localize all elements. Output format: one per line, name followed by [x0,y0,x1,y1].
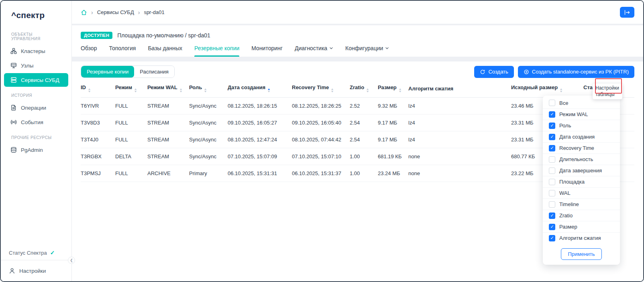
sidebar-item-label: Узлы [21,63,33,69]
sidebar-section-title: ПРОЧИЕ РЕСУРСЫ [1,130,71,142]
cell-mode: DELTA [115,148,147,165]
checkbox[interactable] [549,168,555,174]
column-header-zratio[interactable]: Zratio▲▼ [350,81,378,98]
operations-icon [10,104,17,111]
sidebar-collapse-button[interactable]: ❮ [68,257,75,264]
tab-databases[interactable]: Базы данных [148,45,182,57]
column-option[interactable]: Дата завершения [543,165,620,176]
column-option[interactable]: Площадка [543,176,620,187]
cell-compression: lz4 [408,98,511,114]
column-header-wal-mode[interactable]: Режим WAL▲▼ [147,81,189,98]
column-option[interactable]: Размер [543,221,620,232]
column-label: Zratio [350,84,364,90]
sidebar-item-label: Кластеры [21,48,45,54]
tab-configurations[interactable]: Конфигурации [345,45,389,57]
column-option[interactable]: Роль [543,120,620,131]
option-label: WAL [559,190,571,196]
toggle-schedules[interactable]: Расписания [134,66,174,78]
column-header-size[interactable]: Размер▲▼ [378,81,408,98]
column-label: Исходный размер [511,84,558,90]
checkbox[interactable] [549,201,555,208]
column-options-list: ВсеРежим WALРольДата созданияRecovery Ti… [543,97,620,243]
breadcrumb-services[interactable]: Сервисы СУБД [97,9,134,15]
tab-monitoring[interactable]: Мониторинг [251,45,283,57]
cell-compression: none [408,148,511,165]
column-option[interactable]: Zratio [543,210,620,221]
tab-backups[interactable]: Резервные копии [194,45,239,57]
cell-created-date: 07.10.2025, 15:07:09 [228,148,292,165]
sidebar-settings[interactable]: Настройки [1,266,71,276]
tab-label: Резервные копии [194,45,239,51]
logout-button[interactable] [620,7,634,18]
sidebar-item-db-services[interactable]: Сервисы СУБД [4,73,68,87]
breadcrumb-service-name: spr-da01 [144,9,164,15]
sidebar-item-label: События [21,119,43,125]
apply-button[interactable]: Применить [561,248,601,260]
sort-icon[interactable]: ▲▼ [366,88,369,93]
checkbox[interactable] [549,213,555,219]
table-header-row: ID▲▼Режим▲▼Режим WAL▲▼Роль▲▼Дата создани… [81,81,634,98]
option-label: Длительность [559,156,593,162]
sidebar-item-events[interactable]: События [4,115,68,129]
checkbox[interactable] [549,100,555,106]
column-header-original-size[interactable]: Исходный размер▲▼ [511,81,583,98]
sort-icon[interactable]: ▲▼ [179,88,182,93]
checkbox[interactable] [549,224,555,230]
tab-topology[interactable]: Топология [109,45,136,57]
sidebar-item-pgadmin[interactable]: PgAdmin [4,143,68,157]
option-label: Дата завершения [559,168,602,174]
column-option[interactable]: Дата создания [543,131,620,142]
column-option[interactable]: WAL [543,187,620,198]
toolbar-actions: Создать Создать standalone-сервис из РК … [474,66,634,78]
sort-icon[interactable]: ▲▼ [560,88,562,93]
checkbox[interactable] [549,190,555,196]
plus-circle-icon [524,69,529,75]
checkbox[interactable] [549,145,555,151]
sidebar-item-clusters[interactable]: Кластеры [4,44,68,58]
checkbox[interactable] [549,123,555,129]
cell-size: 23.24 МБ [378,165,408,182]
create-button[interactable]: Создать [474,66,514,78]
column-header-mode[interactable]: Режим▲▼ [115,81,147,98]
checkbox[interactable] [549,179,555,185]
column-option[interactable]: Recovery Time [543,142,620,153]
tab-overview[interactable]: Обзор [81,45,97,57]
sidebar-item-operations[interactable]: Операции [4,101,68,114]
spektr-status-label: Статус Спектра [9,250,47,256]
checkbox[interactable] [549,111,555,118]
toggle-backups[interactable]: Резервные копии [81,66,134,78]
sort-icon[interactable]: ▲▼ [88,88,91,93]
cell-zratio: 2.54 [350,114,378,131]
sort-icon[interactable]: ▲▼ [267,88,270,93]
tab-diagnostics[interactable]: Диагностика [295,45,333,57]
create-standalone-button[interactable]: Создать standalone-сервис из РК (PITR) [518,66,634,78]
column-option[interactable]: Длительность [543,153,620,165]
app-logo: ^спектр [1,1,71,27]
sidebar-item-nodes[interactable]: Узлы [4,59,68,72]
sort-icon[interactable]: ▲▼ [204,88,207,93]
column-header-recovery-time[interactable]: Recovery Time▲▼ [292,81,350,98]
sort-icon[interactable]: ▲▼ [399,88,401,93]
create-button-label: Создать [488,69,508,75]
column-option[interactable]: Алгоритм сжатия [543,232,620,243]
column-header-role[interactable]: Роль▲▼ [189,81,228,98]
column-label: Режим [115,84,132,90]
breadcrumb-bar: › Сервисы СУБД › spr-da01 [72,1,643,24]
toolbar: Резервные копииРасписания Создать Создат… [81,65,634,78]
checkbox[interactable] [549,235,555,241]
column-option[interactable]: Timeline [543,198,620,210]
checkbox[interactable] [549,134,555,140]
sort-icon[interactable]: ▲▼ [134,88,137,93]
checkbox[interactable] [549,156,555,163]
breadcrumb-separator: › [91,9,93,16]
column-option[interactable]: Режим WAL [543,108,620,120]
home-icon[interactable] [81,9,87,16]
service-title-row: ДОСТУПЕН Площадка по-умолчанию / spr-da0… [81,32,634,39]
column-header-id[interactable]: ID▲▼ [81,81,115,98]
sidebar-divider: ❮ [1,260,71,260]
create-standalone-label: Создать standalone-сервис из РК (PITR) [532,69,629,75]
cell-compression: none [408,165,511,182]
sort-icon[interactable]: ▲▼ [331,88,334,93]
cell-compression: lz4 [408,114,511,131]
column-header-created-date[interactable]: Дата создания▲▼ [228,81,292,98]
